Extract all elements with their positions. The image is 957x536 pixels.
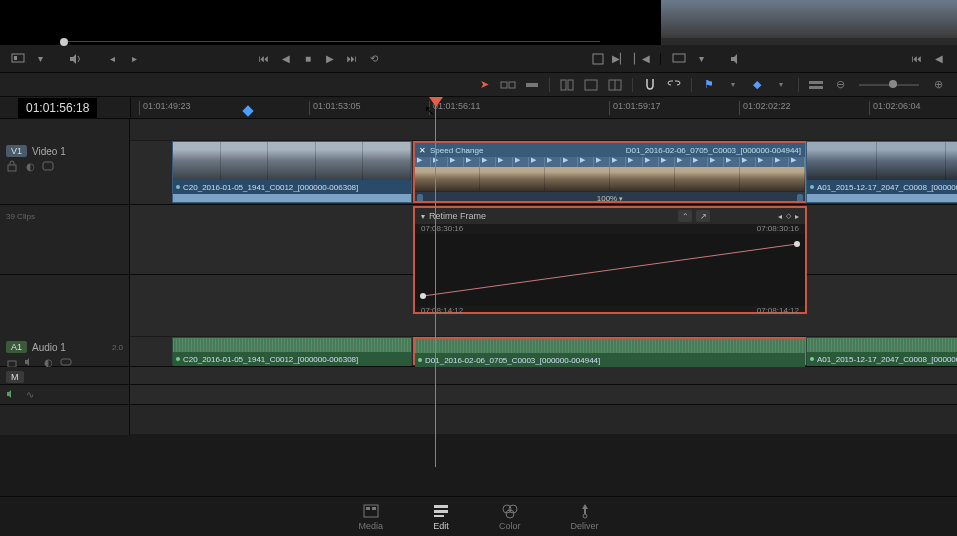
svg-marker-5	[731, 54, 737, 64]
next-frame-icon[interactable]: ▸	[128, 53, 140, 65]
flag-icon[interactable]: ⚑	[700, 77, 718, 93]
retime-curve-panel[interactable]: ▾ Retime Frame ⌃ ↗ ◂ ◇ ▸ 07:08:30:16 07:…	[413, 206, 807, 314]
zoom-in-icon[interactable]: ⊕	[929, 77, 947, 93]
svg-rect-21	[61, 359, 71, 365]
track-header[interactable]: V1 Video 1 ◐	[0, 141, 130, 204]
viewer-row	[0, 0, 957, 45]
timeline-options-icon[interactable]	[807, 77, 825, 93]
track-header[interactable]: M	[0, 367, 130, 384]
overwrite-icon[interactable]	[582, 77, 600, 93]
curve-keyframe[interactable]	[420, 293, 426, 299]
svg-rect-1	[14, 56, 17, 60]
skip-forward-icon[interactable]: ⏭	[346, 53, 358, 65]
reverse-play-icon[interactable]: ◀	[280, 53, 292, 65]
audio-clip[interactable]: A01_2015-12-17_2047_C0008_[000000-0005	[806, 337, 957, 365]
video-clip[interactable]: A01_2015-12-17_2047_C0008_[000000-0005	[806, 141, 957, 203]
prev-keyframe-icon[interactable]: ◂	[778, 212, 782, 221]
insert-icon[interactable]	[558, 77, 576, 93]
m-track: M	[0, 367, 957, 385]
chevron-down-icon[interactable]: ▾	[695, 53, 707, 65]
track-badge[interactable]: A1	[6, 341, 27, 353]
trim-tool-icon[interactable]	[499, 77, 517, 93]
viewer-mode-icon[interactable]	[673, 53, 685, 65]
toggle-icon[interactable]: ◐	[24, 160, 36, 172]
volume-icon[interactable]	[70, 53, 82, 65]
ruler-tick-label: 01:01:59:17	[613, 101, 661, 111]
timecode-display[interactable]: 01:01:56:18	[18, 98, 97, 118]
chevron-down-icon[interactable]: ▾	[421, 212, 425, 221]
track-header[interactable]: ∿	[0, 385, 130, 404]
mute-icon[interactable]	[6, 388, 18, 400]
match-frame-icon[interactable]	[592, 53, 604, 65]
timeline-marker[interactable]	[242, 105, 253, 116]
chevron-down-icon[interactable]: ▾	[772, 77, 790, 93]
curve-tool-icon[interactable]: ⌃	[678, 210, 692, 222]
chevron-down-icon[interactable]: ▾	[34, 53, 46, 65]
page-nav: Media Edit Color Deliver	[0, 496, 957, 536]
volume-icon[interactable]	[731, 53, 743, 65]
selection-tool-icon[interactable]: ➤	[475, 77, 493, 93]
chevron-down-icon[interactable]: ▾	[724, 77, 742, 93]
mark-out-icon[interactable]: ▏◀	[636, 53, 648, 65]
nav-media[interactable]: Media	[358, 503, 383, 531]
reverse-play-icon[interactable]: ◀	[933, 53, 945, 65]
track-subtitle: 39 Clips	[6, 212, 35, 221]
nav-edit[interactable]: Edit	[433, 503, 449, 531]
svg-rect-26	[434, 505, 448, 508]
play-icon[interactable]: ▶	[324, 53, 336, 65]
skip-back-icon[interactable]: ⏮	[911, 53, 923, 65]
curve-keyframe[interactable]	[794, 241, 800, 247]
track-lane[interactable]: C20_2016-01-05_1941_C0012_[000000-006308…	[130, 337, 957, 366]
nav-color[interactable]: Color	[499, 503, 521, 531]
nav-label: Color	[499, 521, 521, 531]
svg-rect-23	[364, 505, 378, 517]
link-icon[interactable]	[665, 77, 683, 93]
audio-clip-selected[interactable]: D01_2016-02-06_0705_C0003_[000000-004944…	[413, 337, 807, 365]
clip-name: D01_2016-02-06_0705_C0003_[000000-004944…	[626, 146, 801, 155]
retime-curve-area[interactable]	[415, 234, 805, 306]
blade-tool-icon[interactable]	[523, 77, 541, 93]
next-keyframe-icon[interactable]: ▸	[795, 212, 799, 221]
svg-rect-24	[366, 507, 370, 510]
track-badge[interactable]: M	[6, 371, 24, 383]
speed-handle[interactable]	[797, 194, 803, 203]
track-header[interactable]: A1 Audio 1 2.0 ◐	[0, 337, 130, 366]
video-clip[interactable]: C20_2016-01-05_1941_C0012_[000000-006308…	[172, 141, 412, 203]
snap-icon[interactable]	[641, 77, 659, 93]
source-scrubber[interactable]	[60, 41, 600, 45]
viewer-mode-icon[interactable]	[12, 53, 24, 65]
nav-deliver[interactable]: Deliver	[571, 503, 599, 531]
replace-icon[interactable]	[606, 77, 624, 93]
media-icon	[363, 503, 379, 519]
svg-point-32	[583, 514, 587, 518]
zoom-slider[interactable]	[859, 84, 919, 86]
audio-clip[interactable]: C20_2016-01-05_1941_C0012_[000000-006308…	[172, 337, 412, 365]
video-clip-selected[interactable]: ✕ Speed Change D01_2016-02-06_0705_C0003…	[413, 141, 807, 203]
retime-title: Retime Frame	[429, 211, 486, 221]
marker-icon[interactable]: ◆	[748, 77, 766, 93]
track-lane[interactable]: C20_2016-01-05_1941_C0012_[000000-006308…	[130, 141, 957, 204]
prev-frame-icon[interactable]: ◂	[106, 53, 118, 65]
curve-tool-icon[interactable]: ↗	[696, 210, 710, 222]
track-badge[interactable]: V1	[6, 145, 27, 157]
mark-in-icon[interactable]: ▶▏	[614, 53, 626, 65]
source-viewer	[0, 0, 660, 45]
curve-icon[interactable]: ∿	[24, 388, 36, 400]
zoom-out-icon[interactable]: ⊖	[831, 77, 849, 93]
speed-handle[interactable]	[417, 194, 423, 203]
close-icon[interactable]: ✕	[419, 146, 426, 155]
stop-icon[interactable]: ■	[302, 53, 314, 65]
ruler-tick-label: 01:01:53:05	[313, 101, 361, 111]
keyframe-icon[interactable]: ◇	[786, 212, 791, 220]
speed-percent[interactable]: 100%	[597, 194, 617, 203]
bus-track: ∿	[0, 385, 957, 405]
lock-icon[interactable]	[6, 160, 18, 172]
timecode-box: 01:01:56:18	[0, 97, 130, 118]
track-area: V1 Video 1 ◐ C20_2016-01-05_1941_C0012_[…	[0, 119, 957, 435]
timeline-ruler[interactable]: 01:01:49:23 01:01:53:05 01:01:56:11 01:0…	[130, 97, 957, 118]
link-icon[interactable]	[42, 160, 54, 172]
track-level: 2.0	[112, 343, 123, 352]
skip-back-icon[interactable]: ⏮	[258, 53, 270, 65]
loop-icon[interactable]: ⟲	[368, 53, 380, 65]
retime-tc: 07:08:14:12	[757, 306, 799, 316]
